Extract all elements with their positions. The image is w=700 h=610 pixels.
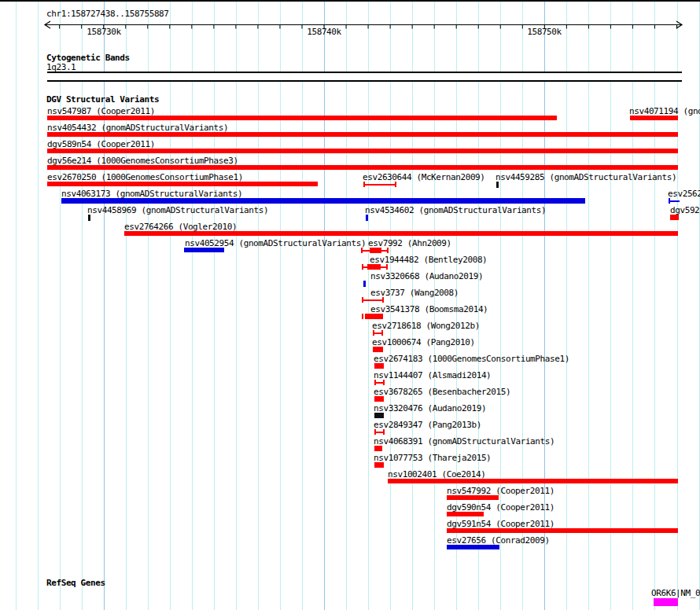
variant-block[interactable]	[370, 248, 381, 253]
ci-line[interactable]	[363, 184, 396, 186]
variant-block[interactable]	[374, 396, 384, 402]
variant-block[interactable]	[365, 314, 383, 319]
variant-bar[interactable]	[61, 198, 585, 204]
dgv-feature[interactable]: esv2849347 (Pang2013b)	[0, 421, 700, 437]
ci-line[interactable]	[362, 299, 384, 301]
ci-line[interactable]	[373, 333, 383, 334]
dgv-feature-label[interactable]: dgv589n54 (Cooper2011)	[47, 140, 155, 149]
dgv-feature-label[interactable]: nsv1002401 (Coe2014)	[388, 470, 485, 479]
dgv-feature[interactable]: esv1944482 (Bentley2008)	[0, 255, 700, 272]
dgv-feature[interactable]: dgv589n54 (Cooper2011)	[0, 140, 700, 156]
dgv-feature-label[interactable]: esv7992 (Ahn2009)	[368, 239, 451, 248]
dgv-feature-label[interactable]: nsv4459285 (gnomADStructuralVariants)	[496, 173, 676, 182]
dgv-feature[interactable]: nsv4054432 (gnomADStructuralVariants)	[0, 123, 700, 140]
ci-left-tick[interactable]	[362, 314, 363, 319]
variant-point-tick[interactable]	[363, 281, 366, 287]
dgv-feature[interactable]: esv2674183 (1000GenomesConsortiumPhase1)	[0, 355, 700, 371]
dgv-feature-label[interactable]: nsv4068391 (gnomADStructuralVariants)	[374, 437, 554, 446]
dgv-feature-label[interactable]: dgv56e214 (1000GenomesConsortiumPhase3)	[47, 156, 238, 165]
dgv-feature-label[interactable]: esv2670250 (1000GenomesConsortiumPhase1)	[47, 173, 243, 182]
dgv-feature-label[interactable]: esv2630644 (McKernan2009)	[363, 173, 485, 182]
ci-line[interactable]	[374, 432, 385, 433]
dgv-feature-label[interactable]: esv27656 (Conrad2009)	[447, 536, 550, 545]
dgv-feature-label[interactable]: esv2674183 (1000GenomesConsortiumPhase1)	[374, 355, 569, 363]
dgv-feature-label[interactable]: nsv4458969 (gnomADStructuralVariants)	[87, 206, 268, 215]
dgv-feature[interactable]: esv3541378 (Boomsma2014)	[0, 305, 700, 322]
ci-line[interactable]	[374, 382, 385, 384]
dgv-feature-label[interactable]: nsv4071194 (gno	[629, 107, 700, 116]
variant-point-tick[interactable]	[366, 215, 368, 221]
dgv-feature-label[interactable]: esv2562	[668, 189, 700, 198]
variant-point-tick[interactable]	[88, 215, 90, 221]
variant-block[interactable]	[373, 347, 383, 352]
dgv-feature-label[interactable]: esv2764266 (Vogler2010)	[124, 222, 237, 231]
dgv-feature[interactable]: esv2718618 (Wong2012b)	[0, 322, 700, 338]
ci-line[interactable]	[669, 200, 680, 202]
variant-block[interactable]	[374, 413, 384, 418]
ruler-tick-label: 158730k	[87, 28, 121, 36]
section-heading-cytogenetic-bands: Cytogenetic Bands	[46, 53, 130, 62]
variant-block[interactable]	[374, 446, 382, 451]
dgv-feature-label[interactable]: nsv3320476 (Audano2019)	[374, 404, 486, 413]
dgv-feature[interactable]: esv3678265 (Besenbacher2015)	[0, 388, 700, 404]
dgv-feature-label[interactable]: dgv591n54 (Cooper2011)	[447, 520, 554, 528]
dgv-feature-label[interactable]: nsv4534602 (gnomADStructuralVariants)	[365, 206, 546, 215]
dgv-feature[interactable]: nsv1144407 (Alsmadi2014)	[0, 371, 700, 388]
dgv-feature-label[interactable]: nsv547987 (Cooper2011)	[47, 107, 155, 116]
section-heading-dgv-structural-variants: DGV Structural Variants	[46, 95, 159, 104]
dgv-feature[interactable]: dgv56e214 (1000GenomesConsortiumPhase3)	[0, 156, 700, 173]
dgv-feature[interactable]: nsv1077753 (Thareja2015)	[0, 454, 700, 470]
dgv-feature-label[interactable]: nsv4054432 (gnomADStructuralVariants)	[47, 123, 228, 132]
dgv-feature-label[interactable]: dgv590n54 (Cooper2011)	[447, 503, 554, 512]
ruler-tick-label: 158750k	[527, 28, 562, 36]
dgv-feature[interactable]: esv2764266 (Vogler2010)	[0, 222, 700, 239]
dgv-feature[interactable]: nsv3320476 (Audano2019)	[0, 404, 700, 421]
dgv-feature-label[interactable]: dgv592n	[670, 206, 700, 215]
dgv-feature-label[interactable]: nsv1144407 (Alsmadi2014)	[374, 371, 491, 380]
dgv-feature[interactable]: esv1000674 (Pang2010)	[0, 338, 700, 355]
dgv-feature-label[interactable]: nsv4052954 (gnomADStructuralVariants)	[185, 239, 366, 248]
dgv-feature-label[interactable]: nsv4063173 (gnomADStructuralVariants)	[61, 189, 242, 198]
dgv-feature[interactable]: nsv4068391 (gnomADStructuralVariants)	[0, 437, 700, 454]
dgv-feature-label[interactable]: nsv3320668 (Audano2019)	[370, 272, 483, 281]
dgv-feature-label[interactable]: esv2849347 (Pang2013b)	[374, 421, 481, 429]
refseq-gene-bar[interactable]	[654, 598, 678, 606]
dgv-feature[interactable]: dgv591n54 (Cooper2011)	[0, 520, 700, 536]
dgv-feature-label[interactable]: nsv1077753 (Thareja2015)	[374, 454, 491, 462]
dgv-feature[interactable]: nsv3320668 (Audano2019)	[0, 272, 700, 288]
section-heading-refseq-genes: RefSeq Genes	[46, 579, 105, 587]
variant-block[interactable]	[374, 462, 384, 468]
dgv-feature[interactable]: nsv547992 (Cooper2011)	[0, 487, 700, 503]
dgv-feature-label[interactable]: esv1000674 (Pang2010)	[372, 338, 475, 347]
variant-block[interactable]	[670, 215, 679, 220]
dgv-feature[interactable]: dgv590n54 (Cooper2011)	[0, 503, 700, 520]
dgv-feature-label[interactable]: esv3737 (Wang2008)	[370, 288, 459, 297]
dgv-feature[interactable]: nsv1002401 (Coe2014)	[0, 470, 700, 487]
dgv-feature-label[interactable]: esv1944482 (Bentley2008)	[370, 255, 487, 264]
dgv-feature-label[interactable]: esv3678265 (Besenbacher2015)	[374, 388, 510, 396]
dgv-feature[interactable]: esv3737 (Wang2008)	[0, 288, 700, 305]
dgv-feature-label[interactable]: esv3541378 (Boomsma2014)	[370, 305, 488, 314]
variant-point-tick[interactable]	[496, 182, 499, 188]
variant-block[interactable]	[367, 264, 381, 270]
dgv-feature[interactable]: esv27656 (Conrad2009)	[0, 536, 700, 553]
refseq-gene-label[interactable]: OR6K6|NM_0	[651, 589, 700, 597]
dgv-track: nsv547987 (Cooper2011)nsv4071194 (gnonsv…	[0, 0, 700, 610]
dgv-feature-label[interactable]: nsv547992 (Cooper2011)	[447, 487, 554, 495]
variant-block[interactable]	[374, 363, 384, 369]
ruler-tick-label: 158740k	[307, 28, 341, 36]
dgv-feature-label[interactable]: esv2718618 (Wong2012b)	[372, 322, 480, 330]
cytoband-label: 1q23.1	[46, 63, 76, 72]
genome-browser-panel: chr1:158727438..158755887 158730k158740k…	[0, 0, 700, 610]
